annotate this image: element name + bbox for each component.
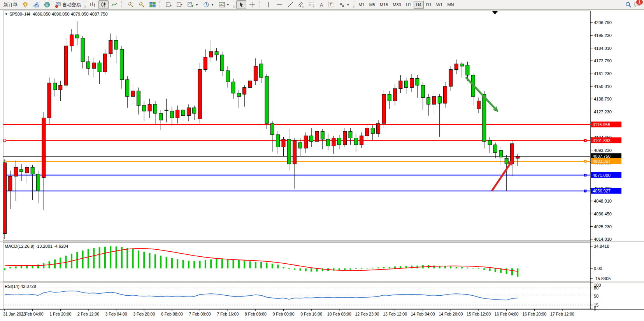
support-line-1-right-handle-dot [585,175,586,176]
macd-histogram-bar [383,267,384,268]
bear-candle [114,41,118,49]
symbols-button[interactable] [20,0,30,9]
macd-histogram-bar [104,247,106,268]
dropdown-caret: ▼ [226,3,230,7]
tile-windows-icon [149,2,156,8]
channel-button[interactable]: E [296,0,306,9]
timeframe-m5[interactable]: M5 [367,1,377,9]
timeframe-group: M1M5M15M30H1H4D1W1MN [356,1,456,9]
tile-windows-button[interactable] [147,0,158,9]
zoom-out-icon [139,2,145,8]
market-watch-button[interactable] [31,0,41,9]
bull-candle [70,35,73,46]
search-icon[interactable] [625,2,632,8]
macd-panel [3,242,590,281]
bull-candle [360,136,363,145]
toolbar-grip [84,2,86,8]
macd-axis-label: -15.8305 [594,276,611,281]
chart-ohlc-values: 4086.050 4090.050 4079.050 4087.750 [33,12,108,16]
text-label-button[interactable]: T [326,0,336,9]
trendline-button[interactable] [285,0,295,9]
price-badge-label: 4087.750 [593,154,611,159]
line-chart-button[interactable] [109,0,119,9]
timeframe-h1[interactable]: H1 [404,1,414,9]
macd-histogram-bar [182,260,184,268]
macd-histogram-bar [15,266,17,268]
zoom-in-button[interactable] [126,0,136,9]
signals-button[interactable] [42,0,52,9]
fibonacci-button[interactable]: F [307,0,317,9]
price-tick-label: 4025.230 [594,224,612,229]
periods-button[interactable]: ▼ [201,0,216,9]
macd-histogram-bar [149,253,151,268]
arrows-button[interactable]: ▼ [337,0,351,9]
rsi-name: RSI(14) [5,284,19,289]
templates-button[interactable]: ▼ [217,0,232,9]
time-axis-label: 2 Feb 12:00 [77,312,99,316]
auto-scroll-button[interactable] [164,0,174,9]
macd-histogram-bar [288,268,290,269]
bear-candle [276,135,280,147]
bear-candle [142,106,146,111]
bear-candle [232,82,235,93]
bull-candle [282,139,285,147]
chart-shift-button[interactable] [175,0,185,9]
macd-histogram-bar [361,268,362,269]
main-panel [3,11,590,241]
resistance-line-2-left-handle[interactable] [4,139,6,142]
bar-chart-icon [89,2,96,8]
bull-candle [304,136,307,148]
timeframe-d1[interactable]: D1 [424,1,434,9]
bull-candle [64,46,68,85]
time-axis-label: 10 Feb 08:00 [327,312,351,316]
text-icon: A [320,2,323,8]
bull-candle [393,89,397,101]
timeframe-m30[interactable]: M30 [390,1,403,9]
bear-candle [159,113,163,120]
timeframe-w1[interactable]: W1 [434,1,445,9]
macd-histogram-bar [199,261,201,268]
bull-candle [477,101,481,109]
macd-histogram-bar [483,268,485,270]
chart-shift-icon [177,2,183,8]
text-button[interactable]: A [318,0,325,9]
bar-chart-button[interactable] [88,0,98,9]
bear-candle [220,55,224,71]
new-order-button[interactable]: 新订单 [2,0,19,9]
time-axis-label: 3 Feb 04:00 [105,312,127,316]
timeframe-m1[interactable]: M1 [356,1,367,9]
cursor-button[interactable] [236,0,246,9]
crosshair-button[interactable] [247,0,257,9]
time-axis-label: 1 Feb 04:00 [22,312,44,316]
zoom-out-button[interactable] [137,0,147,9]
candlestick-chart-button[interactable] [98,0,109,9]
vertical-line-button[interactable] [263,0,274,9]
collapse-triangle-icon[interactable]: ▼ [5,12,8,16]
timeframe-mn[interactable]: MN [445,1,456,9]
notification-badge: 1 [636,0,643,5]
macd-histogram-bar [99,247,100,268]
macd-histogram-bar [266,263,268,268]
bear-candle [31,167,34,174]
chart-title: ▼SP500-,H4 4086.050 4090.050 4079.050 40… [5,12,108,16]
bear-candle [165,110,168,110]
bull-candle [148,104,151,111]
chart-canvas[interactable]: 4206.7904195.2304184.0104172.7904161.230… [0,10,644,321]
auto-scroll-icon [166,2,172,8]
timeframe-h4[interactable]: H4 [414,1,424,9]
bull-candle [209,51,213,57]
bear-candle [321,131,324,139]
bull-candle [47,83,51,118]
timeframe-m15[interactable]: M15 [377,1,390,9]
indicators-button[interactable]: ▼ [186,0,200,9]
macd-histogram-bar [82,250,84,268]
candlestick-chart-icon [100,2,107,8]
autotrading-button[interactable]: 自动交易 [53,0,83,9]
macd-histogram-bar [450,266,451,268]
macd-histogram-bar [21,266,22,268]
bear-candle [287,139,291,164]
notifications-button[interactable]: 1 [634,2,640,8]
horizontal-line-button[interactable] [274,0,284,9]
bear-candle [505,158,508,164]
time-axis-label: 8 Feb 08:00 [245,312,267,316]
